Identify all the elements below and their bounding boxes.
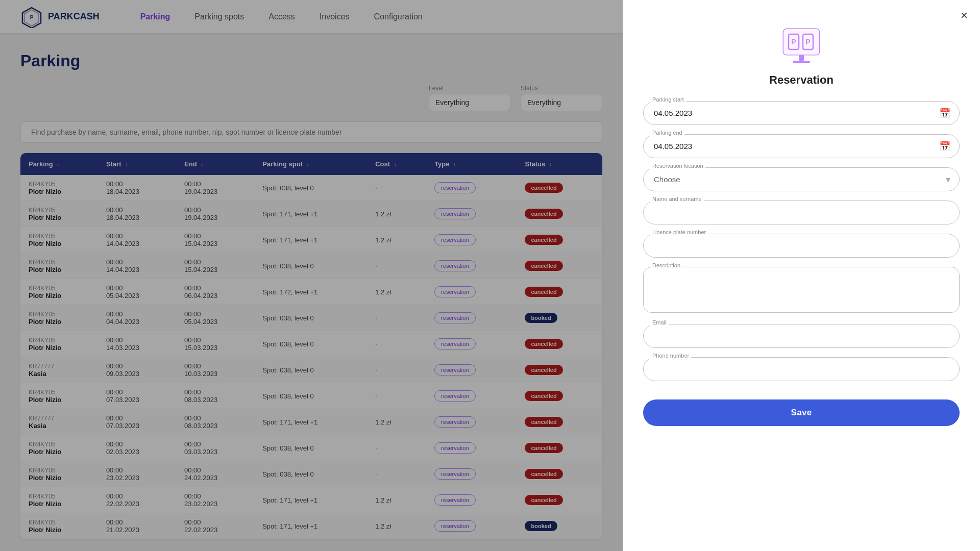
modal-overlay bbox=[0, 0, 623, 551]
reservation-icon: P P bbox=[778, 21, 824, 67]
description-group: Description bbox=[643, 267, 960, 315]
parking-start-group: Parking start 📅 bbox=[643, 101, 960, 125]
description-label: Description bbox=[650, 262, 682, 268]
svg-text:P: P bbox=[805, 38, 810, 46]
licence-plate-group: Licence plate number bbox=[643, 234, 960, 258]
email-input[interactable] bbox=[643, 324, 960, 348]
phone-group: Phone number bbox=[643, 357, 960, 381]
close-panel-button[interactable]: × bbox=[961, 9, 968, 21]
reservation-location-wrapper: Choose ▾ bbox=[643, 167, 960, 191]
reservation-location-select[interactable]: Choose bbox=[643, 167, 960, 191]
licence-plate-input[interactable] bbox=[643, 234, 960, 258]
parking-end-wrapper: 📅 bbox=[643, 134, 960, 158]
panel-icon-container: P P bbox=[643, 21, 960, 67]
svg-rect-8 bbox=[793, 61, 810, 63]
name-surname-input[interactable] bbox=[643, 201, 960, 224]
reservation-panel: × P P Reservation Parking start bbox=[623, 0, 980, 551]
parking-end-input[interactable] bbox=[643, 134, 960, 158]
svg-text:P: P bbox=[791, 38, 796, 46]
description-textarea[interactable] bbox=[643, 267, 960, 313]
name-surname-group: Name and surname bbox=[643, 201, 960, 224]
parking-start-wrapper: 📅 bbox=[643, 101, 960, 125]
reservation-location-label: Reservation location bbox=[650, 163, 705, 169]
name-surname-label: Name and surname bbox=[650, 196, 704, 202]
email-label: Email bbox=[650, 319, 669, 325]
phone-input[interactable] bbox=[643, 357, 960, 381]
parking-end-label: Parking end bbox=[650, 130, 684, 136]
parking-start-input[interactable] bbox=[643, 101, 960, 125]
main-layout: P PARKCASH Parking Parking spots Access … bbox=[0, 0, 980, 551]
parking-end-group: Parking end 📅 bbox=[643, 134, 960, 158]
reservation-location-group: Reservation location Choose ▾ bbox=[643, 167, 960, 191]
parking-start-label: Parking start bbox=[650, 96, 686, 103]
licence-plate-label: Licence plate number bbox=[650, 229, 708, 235]
panel-title: Reservation bbox=[643, 73, 960, 87]
phone-label: Phone number bbox=[650, 353, 691, 359]
svg-rect-7 bbox=[799, 55, 804, 61]
email-group: Email bbox=[643, 324, 960, 348]
save-button[interactable]: Save bbox=[643, 399, 960, 426]
